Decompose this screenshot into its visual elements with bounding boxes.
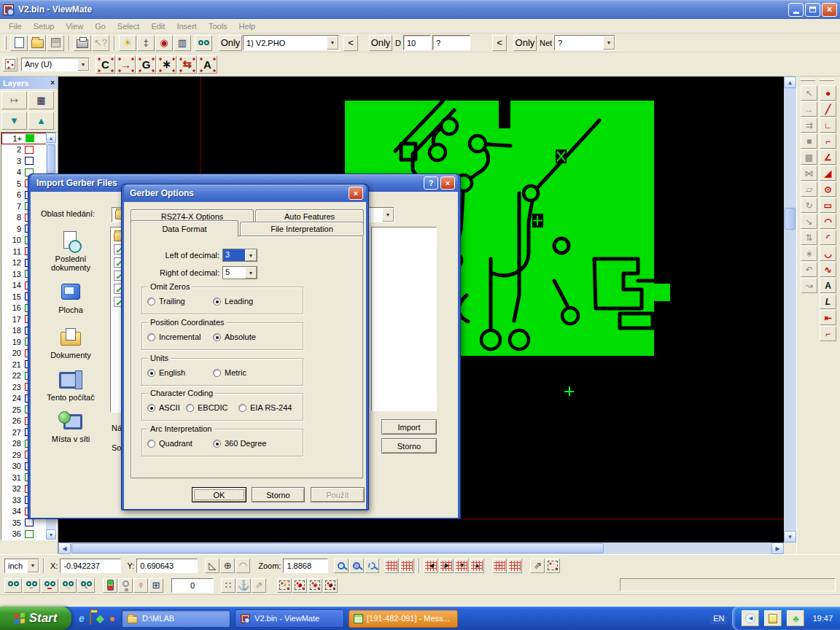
draw-triangle-button[interactable]: ◢: [820, 166, 836, 181]
canvas-horizontal-scrollbar[interactable]: ◀ ▶: [58, 542, 784, 554]
layer-color-swatch[interactable]: [25, 518, 34, 526]
chevron-down-icon[interactable]: ▼: [603, 36, 615, 50]
active-layer-combo[interactable]: 1) V2.PHO ▼: [243, 35, 339, 50]
dcode-traces-view-button[interactable]: ·—: [59, 578, 77, 593]
close-button[interactable]: ×: [822, 3, 837, 17]
task-message[interactable]: [191-482-091] - Mess...: [349, 610, 458, 628]
tab-file-interpretation[interactable]: File Interpretation: [240, 222, 364, 236]
radio-incremental[interactable]: Incremental: [147, 332, 201, 341]
mirror-button[interactable]: ⋈: [801, 166, 817, 181]
reroute-button[interactable]: ↝: [801, 278, 817, 293]
zoom-in-button[interactable]: [334, 559, 349, 573]
ortho-angle-button[interactable]: ◺: [205, 559, 219, 573]
only-net-button[interactable]: Only: [513, 35, 537, 51]
layers-scroll-thumb[interactable]: [47, 144, 55, 174]
radio-metric[interactable]: Metric: [213, 368, 246, 377]
place-documents[interactable]: Dokumenty: [36, 327, 106, 359]
zoom-window-button[interactable]: [349, 559, 364, 573]
grid-origin-button[interactable]: ▫: [492, 559, 507, 573]
layer-composite-button[interactable]: ▦: [28, 91, 54, 109]
ok-button[interactable]: OK: [192, 487, 246, 502]
y-coordinate-field[interactable]: 0.690643: [136, 559, 198, 573]
lamp-off-button[interactable]: [118, 578, 133, 593]
dcode-filter-input[interactable]: ?: [432, 35, 470, 50]
scroll-down-icon[interactable]: ▼: [784, 531, 796, 542]
draw-pad-button[interactable]: ●: [820, 85, 836, 101]
left-of-decimal-combo[interactable]: 3 ▼: [222, 249, 257, 262]
x-coordinate-field[interactable]: -0.942237: [60, 559, 121, 573]
tray-notes-button[interactable]: [764, 610, 782, 626]
right-of-decimal-combo[interactable]: 5 ▼: [222, 266, 257, 279]
context-help-button[interactable]: ↖?: [92, 35, 109, 51]
chevron-down-icon[interactable]: ▼: [245, 249, 257, 261]
anchor-button[interactable]: ⚓: [236, 578, 251, 593]
highlight-flash-button[interactable]: ☀: [277, 578, 292, 593]
radio-absolute[interactable]: Absolute: [213, 332, 256, 341]
settings-gear-button[interactable]: ∗: [801, 246, 817, 261]
undo-button[interactable]: ↶: [801, 262, 817, 277]
scroll-right-icon[interactable]: ▶: [771, 542, 784, 554]
place-recent-documents[interactable]: Poslednídokumenty: [36, 231, 106, 272]
dcode-dots-view-button[interactable]: ···: [4, 578, 22, 593]
radio-trailing[interactable]: Trailing: [147, 297, 185, 306]
msn-quick-icon[interactable]: ◆: [96, 612, 104, 624]
pan-left-button[interactable]: ◀: [424, 559, 438, 573]
layers-close-icon[interactable]: ×: [50, 79, 55, 87]
scroll-up-icon[interactable]: ▲: [46, 133, 56, 143]
pin-gauge-button[interactable]: ‡: [137, 35, 155, 51]
only-dcode-button[interactable]: Only: [369, 35, 392, 51]
chevron-down-icon[interactable]: ▼: [327, 36, 338, 50]
draw-line-button[interactable]: ╱: [820, 101, 836, 117]
scale-button[interactable]: ↘: [801, 214, 817, 229]
dcode-a-button[interactable]: A: [198, 55, 217, 74]
layer-color-swatch[interactable]: [25, 146, 34, 154]
pan-down-button[interactable]: ▼: [454, 559, 469, 573]
cancel-button[interactable]: Storno: [252, 487, 305, 502]
prev-net-button[interactable]: <: [492, 35, 507, 51]
help-button[interactable]: ?: [424, 176, 438, 190]
layer-move-up-button[interactable]: ▲: [28, 112, 54, 130]
cancel-button[interactable]: Storno: [381, 438, 437, 454]
dcode-swap-button[interactable]: ⇆: [177, 55, 197, 74]
draw-arc-button[interactable]: ◠: [820, 214, 836, 229]
radio-ascii[interactable]: ASCII: [147, 403, 180, 412]
only-layer-button[interactable]: Only: [219, 35, 242, 51]
select-cursor-button[interactable]: ↖: [801, 85, 817, 101]
zoom-selection-button[interactable]: [365, 559, 379, 573]
tile-view-button[interactable]: ⊞: [149, 578, 163, 593]
draw-polyline-button[interactable]: ∟: [820, 117, 836, 133]
layer-send-button[interactable]: ↦: [1, 91, 27, 109]
radio-360-degree[interactable]: 360 Degree: [213, 439, 267, 448]
center-target-button[interactable]: ⊕: [220, 559, 235, 573]
apply-button[interactable]: Použít: [311, 487, 365, 502]
close-button[interactable]: ×: [440, 176, 455, 190]
canvas-vertical-scrollbar[interactable]: ▲ ▼: [784, 77, 796, 542]
draw-corner-button[interactable]: ⌐: [820, 133, 836, 149]
vscroll-thumb[interactable]: [785, 208, 796, 230]
menu-file[interactable]: File: [3, 20, 28, 32]
close-button[interactable]: ×: [349, 187, 363, 200]
select-pattern-button[interactable]: [545, 559, 560, 573]
draw-arc2-button[interactable]: ◡: [820, 246, 836, 261]
radio-english[interactable]: English: [147, 368, 185, 377]
menu-help[interactable]: Help: [233, 20, 262, 32]
task-explorer-mlab[interactable]: D:\MLAB: [121, 610, 230, 628]
dot-grid-button[interactable]: ∷: [221, 578, 236, 593]
highlight-pad-button[interactable]: ◆: [323, 578, 338, 593]
menu-go[interactable]: Go: [89, 20, 112, 32]
pad-target-button[interactable]: ◉: [155, 35, 173, 51]
gerber-dialog-titlebar[interactable]: Gerber Options ×: [124, 184, 366, 202]
copy-object-button[interactable]: ⇉: [801, 117, 817, 133]
rotate-button[interactable]: ↻: [801, 198, 817, 213]
import-button[interactable]: Import: [381, 419, 437, 435]
radio-eia-rs-244[interactable]: EIA RS-244: [238, 403, 292, 412]
layers-panel-titlebar[interactable]: Layers ×: [0, 77, 58, 89]
open-file-button[interactable]: [28, 35, 46, 51]
radio-quadrant[interactable]: Quadrant: [147, 439, 192, 448]
layer-color-swatch[interactable]: [26, 134, 34, 142]
hscroll-thumb[interactable]: [71, 543, 604, 553]
menu-view[interactable]: View: [60, 20, 89, 32]
radio-leading[interactable]: Leading: [213, 297, 253, 306]
menu-tools[interactable]: Tools: [203, 20, 233, 32]
menu-insert[interactable]: Insert: [171, 20, 203, 32]
